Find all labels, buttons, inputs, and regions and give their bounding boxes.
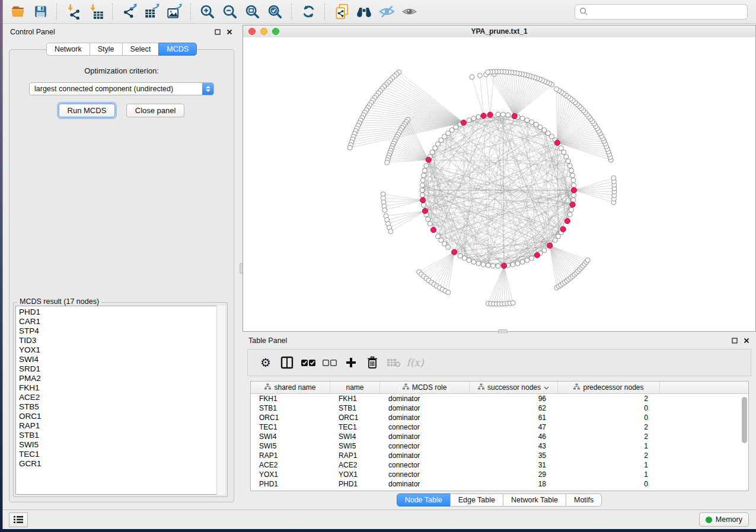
mcds-list-scrollbar[interactable]	[216, 306, 225, 495]
mcds-result-item[interactable]: SWI4	[16, 355, 225, 364]
main-toolbar	[3, 0, 756, 24]
refresh-icon[interactable]	[299, 2, 318, 21]
network-file-icon[interactable]	[332, 2, 351, 21]
memory-button[interactable]: Memory	[699, 512, 749, 527]
mcds-result-item[interactable]: ACE2	[16, 393, 225, 402]
mcds-result-item[interactable]: SRD1	[16, 364, 225, 374]
table-cell: RAP1	[330, 451, 380, 460]
mcds-result-item[interactable]: STB5	[16, 402, 225, 412]
table-row[interactable]: TEC1TEC1connector472	[251, 422, 748, 432]
column-header-predecessor-nodes[interactable]: predecessor nodes	[558, 382, 660, 393]
table-cell: ACE2	[330, 460, 380, 470]
tab-style[interactable]: Style	[90, 43, 123, 56]
network-window-titlebar[interactable]: YPA_prune.txt_1	[243, 25, 755, 38]
tab-motifs[interactable]: Motifs	[566, 493, 602, 507]
hide-details-eye-icon[interactable]	[377, 2, 396, 21]
mcds-result-item[interactable]: CAR1	[16, 317, 225, 326]
table-row[interactable]: SWI4SWI4dominator462	[251, 432, 748, 441]
mcds-result-item[interactable]: STB1	[16, 431, 225, 440]
table-row[interactable]: SWI5SWI5connector431	[251, 441, 748, 451]
table-cell: dominator	[380, 413, 470, 422]
tab-network-table[interactable]: Network Table	[503, 493, 566, 507]
zoom-in-icon[interactable]	[198, 2, 217, 21]
criterion-dropdown[interactable]: largest connected component (undirected)	[29, 82, 214, 95]
table-row[interactable]: ACE2ACE2connector311	[251, 460, 748, 470]
column-header-successor-nodes[interactable]: successor nodes	[470, 382, 558, 393]
table-row[interactable]: FKH1FKH1dominator962	[251, 394, 748, 403]
mcds-result-item[interactable]: TID3	[16, 336, 225, 345]
import-network-icon[interactable]	[64, 2, 83, 21]
table-toolbar: ⚙ f(x)	[247, 349, 751, 376]
export-image-icon[interactable]	[165, 2, 184, 21]
table-mode-gear-icon[interactable]: ⚙	[255, 352, 276, 373]
table-cell: 96	[470, 394, 558, 403]
float-panel-icon[interactable]	[214, 28, 221, 36]
close-panel-icon[interactable]	[743, 337, 750, 344]
mcds-result-item[interactable]: FKH1	[16, 383, 225, 393]
table-cell: FKH1	[330, 394, 380, 403]
table-cell: SWI4	[330, 432, 380, 441]
select-all-columns-icon[interactable]	[298, 352, 319, 373]
delete-columns-icon[interactable]	[362, 352, 383, 373]
optimization-criterion-label: Optimization criterion:	[9, 66, 234, 75]
save-session-icon[interactable]	[31, 2, 50, 21]
mcds-result-item[interactable]: TEC1	[16, 450, 225, 459]
create-new-column-icon[interactable]	[340, 352, 362, 373]
open-file-icon[interactable]	[8, 2, 27, 21]
search-binoculars-icon[interactable]	[355, 2, 374, 21]
run-mcds-button[interactable]: Run MCDS	[59, 104, 116, 117]
table-cell: 1	[558, 441, 660, 451]
mcds-result-item[interactable]: ORC1	[16, 412, 225, 421]
zoom-fit-icon[interactable]	[243, 2, 262, 21]
export-network-icon[interactable]	[120, 2, 139, 21]
mcds-result-item[interactable]: PMA2	[16, 374, 225, 383]
tab-node-table[interactable]: Node Table	[397, 493, 451, 507]
close-panel-icon[interactable]	[226, 28, 233, 36]
search-box[interactable]	[575, 4, 748, 20]
table-cell: 46	[470, 432, 558, 441]
close-panel-button[interactable]: Close panel	[126, 104, 185, 117]
import-table-icon[interactable]	[87, 2, 106, 21]
mcds-result-group-title: MCDS result (17 nodes)	[17, 297, 101, 306]
mcds-result-item[interactable]: PHD1	[16, 306, 225, 317]
zoom-selected-icon[interactable]	[266, 2, 285, 21]
table-row[interactable]: STB1STB1dominator620	[251, 403, 748, 413]
column-header-shared-name[interactable]: shared name	[251, 382, 330, 393]
mcds-result-item[interactable]: SWI5	[16, 440, 225, 450]
table-row[interactable]: YOX1YOX1connector291	[251, 470, 748, 479]
delete-table-icon[interactable]	[383, 352, 404, 373]
network-canvas[interactable]	[243, 37, 755, 331]
tab-edge-table[interactable]: Edge Table	[450, 493, 503, 507]
table-row[interactable]: RAP1RAP1dominator352	[251, 451, 748, 460]
show-columns-icon[interactable]	[276, 352, 298, 373]
unselect-all-columns-icon[interactable]	[319, 352, 340, 373]
column-header-name[interactable]: name	[330, 382, 380, 393]
table-cell: SWI4	[251, 432, 330, 441]
show-panels-list-icon[interactable]	[9, 512, 28, 527]
tab-network[interactable]: Network	[46, 43, 90, 56]
mcds-result-item[interactable]: GCR1	[16, 459, 225, 469]
tab-mcds[interactable]: MCDS	[158, 43, 197, 56]
table-row[interactable]: PHD1PHD1dominator180	[251, 479, 748, 489]
mcds-result-item[interactable]: STP4	[16, 326, 225, 336]
network-graph[interactable]	[243, 37, 755, 331]
mcds-result-item[interactable]: RAP1	[16, 421, 225, 431]
table-cell: PHD1	[330, 479, 380, 489]
control-panel-title: Control Panel	[10, 28, 55, 36]
function-builder-icon[interactable]: f(x)	[404, 352, 426, 373]
tab-select[interactable]: Select	[122, 43, 160, 56]
column-header-mcds-role[interactable]: MCDS role	[380, 382, 470, 393]
table-scrollbar[interactable]	[742, 396, 747, 489]
zoom-out-icon[interactable]	[221, 2, 240, 21]
table-panel-tabs: Node TableEdge TableNetwork TableMotifs	[397, 493, 602, 507]
mcds-result-item[interactable]: YOX1	[16, 345, 225, 355]
table-cell: 43	[470, 441, 558, 451]
mcds-result-list[interactable]: PHD1CAR1STP4TID3YOX1SWI4SRD1PMA2FKH1ACE2…	[15, 306, 225, 495]
table-cell: 1	[558, 470, 660, 479]
float-panel-icon[interactable]	[731, 337, 738, 344]
export-table-icon[interactable]	[142, 2, 161, 21]
show-details-eye-icon[interactable]	[400, 2, 419, 21]
search-input[interactable]	[588, 6, 747, 18]
table-row[interactable]: ORC1ORC1dominator610	[251, 413, 748, 422]
table-scrollbar-thumb[interactable]	[742, 397, 747, 443]
